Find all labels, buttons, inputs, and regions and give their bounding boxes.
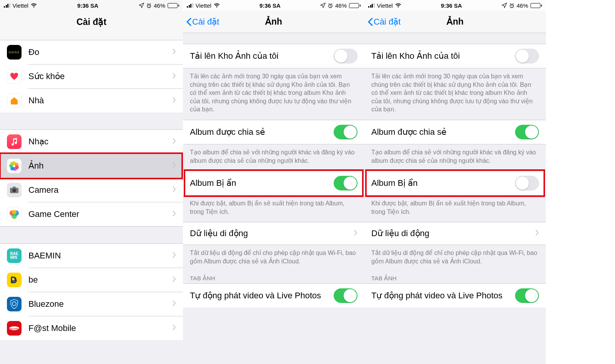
hidden-label: Album Bị ẩn xyxy=(190,178,236,188)
chevron-right-icon xyxy=(172,252,176,260)
battery-icon xyxy=(530,3,542,8)
row-photos-highlight: Ảnh xyxy=(0,154,183,178)
photos-icon xyxy=(7,159,22,173)
screenshot-settings-root: Viettel 9:36 SA 46% Cài đặt Đo Sức khỏe xyxy=(0,0,183,364)
row-hidden-highlight: Album Bị ẩn xyxy=(364,171,546,195)
row-autoplay[interactable]: Tự động phát video và Live Photos xyxy=(183,283,364,308)
row-gamecenter-label: Game Center xyxy=(28,209,172,219)
tab-header: TAB ẢNH xyxy=(183,268,364,283)
row-be[interactable]: be xyxy=(0,268,183,292)
tab-header: TAB ẢNH xyxy=(364,268,546,283)
toggle-upload[interactable] xyxy=(334,49,357,63)
row-health-label: Sức khỏe xyxy=(28,71,172,81)
back-button[interactable]: Cài đặt xyxy=(367,17,401,27)
row-camera[interactable]: Camera xyxy=(0,178,183,202)
row-shared-albums[interactable]: Album được chia sẻ xyxy=(183,120,364,144)
nav-bar: Cài đặt Ảnh xyxy=(364,11,546,33)
battery-icon xyxy=(168,3,179,8)
hidden-footer: Khi được bật, album Bị ẩn sẽ xuất hiện t… xyxy=(183,195,364,222)
chevron-right-icon xyxy=(535,230,539,237)
bluezone-icon xyxy=(7,297,22,311)
fast-icon: Techcombank xyxy=(7,321,22,336)
screenshot-photos-settings-off: Viettel 9:36 SA 46% Cài đặt Ảnh Tải lên … xyxy=(364,0,546,364)
row-home[interactable]: Nhà xyxy=(0,89,183,113)
cell-signal-icon xyxy=(4,3,10,8)
battery-pct: 46% xyxy=(517,2,528,9)
shared-label: Album được chia sẻ xyxy=(190,127,265,137)
row-bluezone-label: Bluezone xyxy=(28,299,172,309)
shared-footer: Tạo album để chia sẻ với những người khá… xyxy=(183,144,364,171)
svg-text:Techcombank: Techcombank xyxy=(8,328,20,330)
row-shared-albums[interactable]: Album được chia sẻ xyxy=(364,120,546,144)
row-be-label: be xyxy=(28,275,172,285)
chevron-right-icon xyxy=(172,162,176,170)
svg-point-21 xyxy=(12,210,17,214)
page-title: Cài đặt xyxy=(76,17,106,27)
row-hidden-album[interactable]: Album Bị ẩn xyxy=(364,171,546,195)
toggle-hidden[interactable] xyxy=(515,176,539,190)
alarm-icon xyxy=(328,3,333,8)
svg-point-16 xyxy=(12,189,16,192)
toggle-shared[interactable] xyxy=(334,125,357,139)
row-hidden-highlight: Album Bị ẩn xyxy=(183,171,364,195)
camera-icon xyxy=(7,183,22,197)
row-cellular-data[interactable]: Dữ liệu di động xyxy=(183,222,364,245)
toggle-hidden[interactable] xyxy=(334,176,357,190)
chevron-right-icon xyxy=(354,230,357,237)
music-icon xyxy=(7,134,22,149)
battery-icon xyxy=(349,3,361,8)
back-label: Cài đặt xyxy=(374,17,401,27)
row-baemin-label: BAEMIN xyxy=(28,251,172,261)
toggle-autoplay[interactable] xyxy=(334,288,357,303)
row-upload-photostream[interactable]: Tải lên Kho Ảnh của tôi xyxy=(364,44,546,68)
row-cellular-data[interactable]: Dữ liệu di động xyxy=(364,222,546,245)
row-gamecenter[interactable]: Game Center xyxy=(0,202,183,226)
chevron-right-icon xyxy=(172,138,176,146)
row-photos[interactable]: Ảnh xyxy=(0,154,183,178)
cellular-label: Dữ liệu di động xyxy=(371,228,429,238)
row-hidden-album[interactable]: Album Bị ẩn xyxy=(183,171,364,195)
chevron-right-icon xyxy=(172,73,176,80)
row-measure[interactable]: Đo xyxy=(0,40,183,64)
toggle-shared[interactable] xyxy=(515,125,539,139)
upload-footer: Tải lên các ảnh mới trong 30 ngày qua củ… xyxy=(183,68,364,120)
autoplay-label: Tự động phát video và Live Photos xyxy=(371,291,502,301)
wifi-icon xyxy=(31,3,37,8)
wifi-icon xyxy=(395,3,401,8)
row-music[interactable]: Nhạc xyxy=(0,130,183,154)
status-bar: Viettel 9:36 SA 46% xyxy=(364,0,546,11)
row-bluezone[interactable]: Bluezone xyxy=(0,292,183,316)
location-icon xyxy=(320,3,326,8)
page-title: Ảnh xyxy=(447,17,464,27)
be-icon xyxy=(7,273,22,287)
screenshot-photos-settings-on: Viettel 9:36 SA 46% Cài đặt Ảnh Tải lên … xyxy=(183,0,364,364)
row-fast[interactable]: Techcombank F@st Mobile xyxy=(0,316,183,340)
svg-point-20 xyxy=(12,213,17,219)
status-time: 9:36 SA xyxy=(441,2,462,9)
status-bar: Viettel 9:36 SA 46% xyxy=(183,0,364,11)
chevron-right-icon xyxy=(172,276,176,284)
home-icon xyxy=(7,93,22,108)
back-label: Cài đặt xyxy=(192,17,219,27)
row-baemin[interactable]: BAEMIN BAEMIN xyxy=(0,244,183,268)
upload-label: Tải lên Kho Ảnh của tôi xyxy=(190,51,278,61)
wifi-icon xyxy=(214,3,220,8)
shared-footer: Tạo album để chia sẻ với những người khá… xyxy=(364,144,546,171)
row-health[interactable]: Sức khỏe xyxy=(0,65,183,88)
page-title: Ảnh xyxy=(265,17,282,27)
row-fast-label: F@st Mobile xyxy=(28,323,172,333)
chevron-right-icon xyxy=(172,210,176,218)
toggle-autoplay[interactable] xyxy=(515,288,539,303)
svg-rect-17 xyxy=(13,187,16,189)
hidden-footer: Khi được bật, album Bị ẩn sẽ xuất hiện t… xyxy=(364,195,546,222)
row-upload-photostream[interactable]: Tải lên Kho Ảnh của tôi xyxy=(183,44,364,68)
toggle-upload[interactable] xyxy=(515,49,539,63)
back-button[interactable]: Cài đặt xyxy=(186,17,219,27)
autoplay-label: Tự động phát video và Live Photos xyxy=(190,291,321,301)
upload-label: Tải lên Kho Ảnh của tôi xyxy=(371,51,460,61)
carrier-label: Viettel xyxy=(196,2,211,9)
shared-label: Album được chia sẻ xyxy=(371,127,447,137)
chevron-right-icon xyxy=(172,324,176,332)
gamecenter-icon xyxy=(7,207,22,222)
row-autoplay[interactable]: Tự động phát video và Live Photos xyxy=(364,283,546,308)
